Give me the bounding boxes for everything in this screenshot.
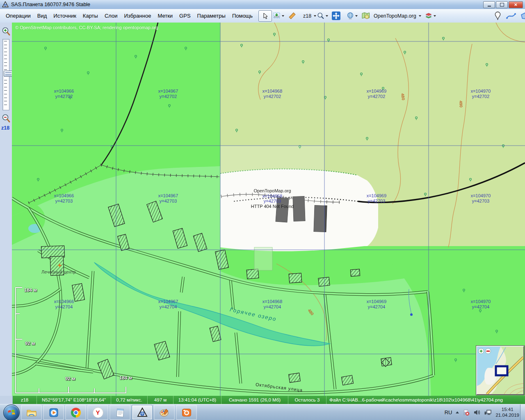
add-polygon-button[interactable] <box>518 10 525 22</box>
map-source-value[interactable]: OpenTopoMap.org <box>374 13 416 19</box>
sas-planet-window: SAS.Планета 160707.9476 Stable ✕ Операци… <box>0 0 525 420</box>
map-source-icon <box>361 12 370 20</box>
taskbar-notepad[interactable] <box>110 405 130 420</box>
map-viewport[interactable]: © OpenStreetMap contributors, CC-BY-SA; … <box>12 23 525 396</box>
web-source-dropdown[interactable] <box>345 10 359 22</box>
chevron-down-icon[interactable] <box>419 15 421 17</box>
start-button[interactable] <box>3 404 20 420</box>
keyboard-layout-indicator[interactable]: RU <box>445 409 452 415</box>
chevron-down-icon <box>434 15 436 17</box>
cursor-icon <box>262 13 269 19</box>
tray-clock[interactable]: 15:41 21.04.2019 <box>495 407 519 418</box>
chevron-down-icon <box>326 15 328 17</box>
tile-label: x=104969y=42702 <box>352 89 401 99</box>
selection-overlay <box>254 247 272 270</box>
selection-download-icon <box>273 12 281 19</box>
sas-planet-icon <box>137 407 148 418</box>
tile-label: x=104968y=42702 <box>248 89 297 99</box>
taskbar-sas-planet[interactable] <box>132 405 153 420</box>
missing-tile-message: OpenTopoMap.org x=104968 y=42703 HTTP 40… <box>235 188 310 209</box>
fullscreen-button[interactable] <box>329 10 343 22</box>
map-copyright: © OpenStreetMap contributors, CC-BY-SA; … <box>15 25 158 30</box>
contour-label: 490 <box>459 100 463 107</box>
menu-view[interactable]: Вид <box>34 11 50 21</box>
mini-map-zoom-out[interactable] <box>486 349 491 354</box>
window-title: SAS.Планета 160707.9476 Stable <box>11 2 90 7</box>
scale-value: 184 м <box>119 375 132 380</box>
zoom-tool-button[interactable] <box>316 10 329 22</box>
tile-label: x=104970y=42703 <box>456 193 505 204</box>
taskbar-chrome[interactable] <box>65 405 86 420</box>
menu-layers[interactable]: Слои <box>101 11 121 21</box>
menu-source[interactable]: Источник <box>50 11 80 21</box>
layers-dropdown[interactable] <box>424 10 437 22</box>
status-scale: 497 м <box>148 396 173 404</box>
menu-gps[interactable]: GPS <box>176 11 194 21</box>
status-remaining: Осталось 3 <box>288 396 326 404</box>
tile-label: x=104970y=42704 <box>456 299 505 310</box>
facility-label: Лечебный центр <box>41 269 76 274</box>
taskbar-explorer[interactable] <box>21 405 42 420</box>
mini-map-zoom-in[interactable] <box>479 349 484 354</box>
zoom-level-dropdown[interactable]: z18 <box>302 10 316 22</box>
menu-help[interactable]: Помощь <box>229 11 256 21</box>
selection-download-button[interactable] <box>272 10 285 22</box>
zoom-in-icon[interactable] <box>2 27 11 37</box>
statusbar: z18 N52°59'17,74" E108°18'18,64" 0,72 м/… <box>0 396 525 404</box>
titlebar: SAS.Планета 160707.9476 Stable ✕ <box>0 0 525 9</box>
add-path-button[interactable] <box>504 10 518 22</box>
zoom-slider[interactable] <box>2 39 9 110</box>
taskbar-yandex-browser[interactable]: Y <box>87 405 108 420</box>
notepad-icon <box>115 407 126 418</box>
scale-value: 92 м <box>65 376 75 381</box>
network-icon[interactable] <box>484 409 492 416</box>
magnifier-icon <box>317 11 324 20</box>
taskbar-paint[interactable] <box>154 405 175 420</box>
path-icon <box>506 12 516 20</box>
menu-settings[interactable]: Параметры <box>194 11 229 21</box>
status-coordinates[interactable]: N52°59'17,74" E108°18'18,64" <box>37 396 111 404</box>
menu-operations[interactable]: Операции <box>2 11 34 21</box>
tile-label: x=104967y=42702 <box>144 89 193 99</box>
app-icon <box>2 1 9 8</box>
action-center-flag-icon[interactable] <box>463 409 470 416</box>
menu-maps[interactable]: Карты <box>80 11 101 21</box>
restore-button[interactable] <box>496 1 508 8</box>
cursor-tool-button[interactable] <box>258 10 272 22</box>
status-tile-file-path: Файл C:\НАВ...6-рабочий\cache\osmmaptopo… <box>326 396 525 404</box>
chevron-down-icon <box>282 15 284 17</box>
mini-map-viewport[interactable] <box>496 366 507 375</box>
chevron-down-icon <box>355 15 358 17</box>
zoom-out-icon[interactable] <box>2 114 11 123</box>
zoom-level-value: z18 <box>303 13 311 19</box>
taskbar-screenshot-tool[interactable] <box>176 405 197 420</box>
mini-map[interactable] <box>476 346 524 395</box>
minimize-button[interactable] <box>483 1 495 8</box>
tray-time: 15:41 <box>502 407 514 413</box>
menu-marks[interactable]: Метки <box>154 11 176 21</box>
map-source-button[interactable] <box>359 10 372 22</box>
tile-label: x=104969y=42704 <box>352 299 401 310</box>
menubar: Операции Вид Источник Карты Слои Избранн… <box>0 9 525 23</box>
volume-icon[interactable] <box>473 409 480 416</box>
tile-label: x=104970y=42702 <box>456 89 505 99</box>
add-placemark-button[interactable] <box>491 10 504 22</box>
globe-icon <box>347 11 354 20</box>
menu-favorites[interactable]: Избранное <box>121 11 155 21</box>
tile-label: x=104969y=42703 <box>352 193 401 204</box>
ruler-icon <box>288 12 296 20</box>
windows-logo-icon <box>7 408 16 418</box>
close-button[interactable]: ✕ <box>509 1 523 8</box>
topo-map-canvas <box>12 23 525 396</box>
status-zoom[interactable]: z18 <box>13 396 37 404</box>
scale-value: 92 м <box>25 341 35 346</box>
show-desktop-button[interactable] <box>520 404 525 420</box>
statusbar-corner <box>0 396 13 404</box>
taskbar-media-player[interactable] <box>43 405 64 420</box>
scale-value: 184 м <box>24 288 37 292</box>
taskbar: Y <box>0 404 525 420</box>
tray-expand-icon[interactable] <box>456 411 459 413</box>
ruler-tool-button[interactable] <box>285 10 299 22</box>
mini-map-canvas <box>477 347 523 394</box>
fullscreen-icon <box>331 11 341 21</box>
